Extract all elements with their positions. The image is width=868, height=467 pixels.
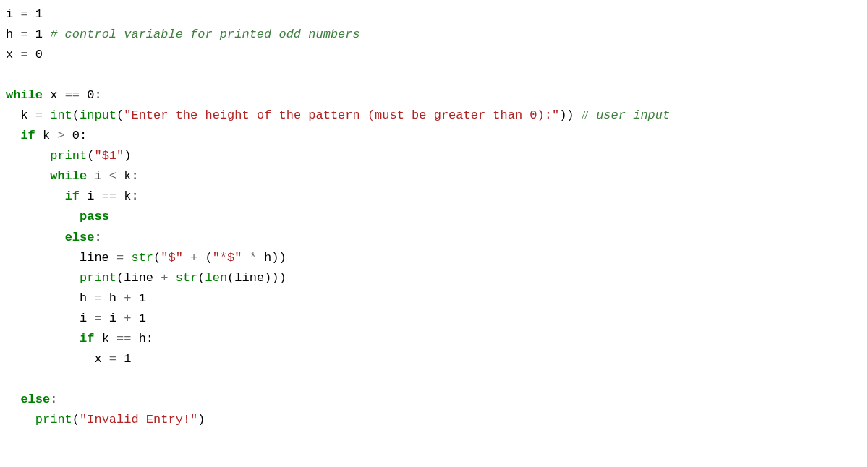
code-token: h)) [257,251,286,265]
code-token: "Enter the height of the pattern (must b… [124,108,559,122]
code-token [6,271,80,285]
code-token: ( [72,108,80,122]
code-token: == [102,189,116,203]
code-token: ( [197,251,212,265]
code-token: + [161,271,168,285]
code-token: "$" [161,251,183,265]
code-token: print [35,413,72,427]
code-token: = [20,27,27,41]
code-token: 0 [72,129,80,142]
code-token [242,251,249,265]
code-token: 0 [35,48,43,61]
code-token: i [6,7,20,21]
code-token: + [124,291,131,305]
code-token: == [65,88,80,102]
code-token: str [131,251,153,265]
code-line: while i < k: [6,166,863,187]
code-token [80,88,87,102]
code-line: if k == h: [6,329,863,349]
code-token [116,352,124,366]
code-token: print [50,149,87,163]
code-line: x = 1 [6,349,863,369]
code-token [6,169,50,183]
code-token [28,27,35,41]
code-line: print(line + str(len(line))) [6,268,863,288]
code-token: 1 [139,291,146,305]
code-line: h = h + 1 [6,288,863,309]
code-token: = [35,108,43,122]
code-token: if [80,332,94,346]
code-token [6,332,80,346]
code-token: + [190,251,197,265]
code-token [6,413,35,427]
code-token [131,312,138,325]
code-token: 1 [35,7,43,21]
code-token: ) [124,149,131,163]
code-token: k [35,129,58,142]
code-token: > [57,129,64,142]
code-token: * [250,251,257,265]
code-token [6,129,20,142]
code-line [6,369,863,390]
code-token: == [116,332,131,346]
code-token: line [6,251,116,265]
code-token: k [94,332,116,346]
code-token: k: [116,169,139,183]
code-token [183,251,190,265]
code-token: # user input [582,108,670,122]
code-token: input [80,108,116,122]
code-token: = [109,352,116,366]
code-token: 1 [139,312,146,325]
code-token [43,108,50,122]
code-line: else: [6,390,863,410]
code-token: k: [116,189,139,203]
code-line: print("Invalid Entry!") [6,410,863,430]
code-token: h [102,291,124,305]
code-token: pass [80,210,109,223]
code-token: h: [131,332,153,346]
code-block: i = 1h = 1 # control variable for printe… [0,0,868,467]
code-token: (line [116,271,161,285]
code-token: ( [116,108,124,122]
code-token: else [65,231,95,244]
code-token: len [205,271,227,285]
code-line: i = 1 [6,4,863,25]
code-token: 1 [35,27,43,41]
code-token [168,271,175,285]
code-token: = [94,312,101,325]
code-line: if k > 0: [6,126,863,146]
code-line: if i == k: [6,187,863,207]
code-token: "*$" [213,251,242,265]
code-token: i [6,312,94,325]
code-token: : [80,129,87,142]
code-token [43,27,50,41]
code-token: = [116,251,124,265]
code-token [65,129,72,142]
code-token: < [109,169,116,183]
code-line: x = 0 [6,45,863,65]
code-line [6,65,863,85]
code-token: "Invalid Entry!" [80,413,197,427]
code-token [6,149,50,163]
code-token: "$1" [94,149,124,163]
code-token: # control variable for printed odd numbe… [50,27,359,41]
code-token: k [6,108,35,122]
code-token: else [20,393,50,406]
code-token: while [50,169,87,183]
code-token: : [94,231,101,244]
code-token: i [80,189,102,203]
code-token: ( [87,149,94,163]
code-token: x [43,88,65,102]
code-token: x [6,352,109,366]
code-line: k = int(input("Enter the height of the p… [6,106,863,126]
code-token: str [176,271,198,285]
code-token [28,7,35,21]
code-token: print [80,271,116,285]
code-token: if [65,189,80,203]
code-token: ( [72,413,80,427]
code-token: = [94,291,101,305]
code-token: i [87,169,109,183]
code-token: i [102,312,124,325]
code-token: = [20,48,27,61]
code-line: h = 1 # control variable for printed odd… [6,25,863,45]
